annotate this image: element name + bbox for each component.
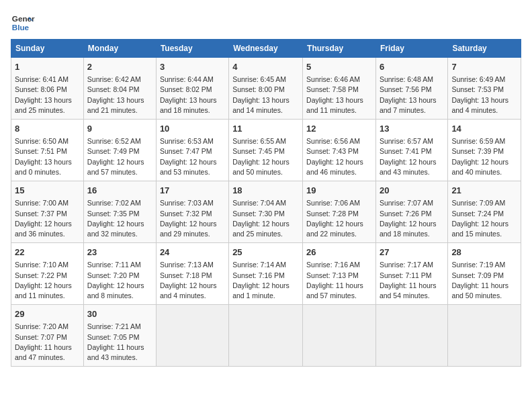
- day-cell: 2Sunrise: 6:42 AM Sunset: 8:04 PM Daylig…: [83, 58, 156, 120]
- day-info: Sunrise: 7:13 AM Sunset: 7:18 PM Dayligh…: [160, 260, 225, 301]
- day-number: 28: [451, 246, 517, 259]
- day-cell: 27Sunrise: 7:17 AM Sunset: 7:11 PM Dayli…: [375, 243, 447, 305]
- weekday-header-tuesday: Tuesday: [156, 40, 228, 58]
- day-cell: 16Sunrise: 7:02 AM Sunset: 7:35 PM Dayli…: [83, 181, 156, 243]
- day-cell: 22Sunrise: 7:10 AM Sunset: 7:22 PM Dayli…: [11, 243, 84, 305]
- day-info: Sunrise: 7:06 AM Sunset: 7:28 PM Dayligh…: [306, 198, 372, 239]
- day-number: 16: [87, 185, 152, 197]
- day-info: Sunrise: 7:07 AM Sunset: 7:26 PM Dayligh…: [380, 198, 444, 239]
- day-info: Sunrise: 7:19 AM Sunset: 7:09 PM Dayligh…: [451, 260, 517, 301]
- weekday-header-thursday: Thursday: [303, 40, 376, 58]
- day-cell: 8Sunrise: 6:50 AM Sunset: 7:51 PM Daylig…: [11, 120, 84, 181]
- day-number: 18: [232, 185, 299, 197]
- day-cell: 19Sunrise: 7:06 AM Sunset: 7:28 PM Dayli…: [303, 181, 376, 243]
- calendar-table: SundayMondayTuesdayWednesdayThursdayFrid…: [11, 39, 521, 367]
- day-number: 30: [87, 308, 152, 320]
- day-cell: 3Sunrise: 6:44 AM Sunset: 8:02 PM Daylig…: [156, 58, 228, 120]
- day-cell: 6Sunrise: 6:48 AM Sunset: 7:56 PM Daylig…: [375, 58, 447, 120]
- day-number: 13: [380, 123, 444, 135]
- weekday-header-monday: Monday: [83, 40, 156, 58]
- day-cell: [448, 305, 521, 367]
- day-info: Sunrise: 7:16 AM Sunset: 7:13 PM Dayligh…: [306, 260, 372, 301]
- weekday-header-row: SundayMondayTuesdayWednesdayThursdayFrid…: [11, 40, 521, 58]
- day-cell: 17Sunrise: 7:03 AM Sunset: 7:32 PM Dayli…: [156, 181, 228, 243]
- day-info: Sunrise: 7:10 AM Sunset: 7:22 PM Dayligh…: [15, 260, 80, 301]
- day-cell: 11Sunrise: 6:55 AM Sunset: 7:45 PM Dayli…: [229, 120, 303, 181]
- day-info: Sunrise: 6:50 AM Sunset: 7:51 PM Dayligh…: [15, 136, 80, 177]
- week-row-3: 15Sunrise: 7:00 AM Sunset: 7:37 PM Dayli…: [11, 181, 521, 243]
- day-cell: 14Sunrise: 6:59 AM Sunset: 7:39 PM Dayli…: [448, 120, 521, 181]
- day-cell: 20Sunrise: 7:07 AM Sunset: 7:26 PM Dayli…: [375, 181, 447, 243]
- day-info: Sunrise: 6:57 AM Sunset: 7:41 PM Dayligh…: [380, 136, 444, 177]
- day-cell: 13Sunrise: 6:57 AM Sunset: 7:41 PM Dayli…: [375, 120, 447, 181]
- week-row-4: 22Sunrise: 7:10 AM Sunset: 7:22 PM Dayli…: [11, 243, 521, 305]
- day-number: 5: [306, 61, 372, 73]
- day-info: Sunrise: 6:46 AM Sunset: 7:58 PM Dayligh…: [306, 75, 372, 116]
- day-info: Sunrise: 6:48 AM Sunset: 7:56 PM Dayligh…: [380, 75, 444, 116]
- week-row-2: 8Sunrise: 6:50 AM Sunset: 7:51 PM Daylig…: [11, 120, 521, 181]
- day-number: 25: [232, 246, 299, 259]
- day-cell: 26Sunrise: 7:16 AM Sunset: 7:13 PM Dayli…: [303, 243, 376, 305]
- day-cell: 7Sunrise: 6:49 AM Sunset: 7:53 PM Daylig…: [448, 58, 521, 120]
- day-number: 7: [451, 61, 517, 73]
- day-number: 6: [380, 61, 444, 73]
- day-info: Sunrise: 6:53 AM Sunset: 7:47 PM Dayligh…: [160, 136, 225, 177]
- day-number: 1: [15, 61, 80, 73]
- day-number: 20: [380, 185, 444, 197]
- day-number: 14: [451, 123, 517, 135]
- day-cell: 5Sunrise: 6:46 AM Sunset: 7:58 PM Daylig…: [303, 58, 376, 120]
- day-cell: 28Sunrise: 7:19 AM Sunset: 7:09 PM Dayli…: [448, 243, 521, 305]
- day-number: 15: [15, 185, 80, 197]
- day-number: 10: [160, 123, 225, 135]
- day-cell: 1Sunrise: 6:41 AM Sunset: 8:06 PM Daylig…: [11, 58, 84, 120]
- day-number: 19: [306, 185, 372, 197]
- day-cell: 29Sunrise: 7:20 AM Sunset: 7:07 PM Dayli…: [11, 305, 84, 367]
- day-cell: [375, 305, 447, 367]
- day-number: 12: [306, 123, 372, 135]
- day-info: Sunrise: 7:03 AM Sunset: 7:32 PM Dayligh…: [160, 198, 225, 239]
- day-info: Sunrise: 6:42 AM Sunset: 8:04 PM Dayligh…: [87, 75, 152, 116]
- day-cell: [303, 305, 376, 367]
- day-number: 23: [87, 246, 152, 259]
- day-info: Sunrise: 6:59 AM Sunset: 7:39 PM Dayligh…: [451, 136, 517, 177]
- day-number: 3: [160, 61, 225, 73]
- day-number: 4: [232, 61, 299, 73]
- day-cell: 12Sunrise: 6:56 AM Sunset: 7:43 PM Dayli…: [303, 120, 376, 181]
- day-cell: 18Sunrise: 7:04 AM Sunset: 7:30 PM Dayli…: [229, 181, 303, 243]
- day-cell: 21Sunrise: 7:09 AM Sunset: 7:24 PM Dayli…: [448, 181, 521, 243]
- day-number: 22: [15, 246, 80, 259]
- day-info: Sunrise: 7:17 AM Sunset: 7:11 PM Dayligh…: [380, 260, 444, 301]
- day-number: 26: [306, 246, 372, 259]
- day-info: Sunrise: 6:55 AM Sunset: 7:45 PM Dayligh…: [232, 136, 299, 177]
- page-header: General Blue: [11, 11, 521, 35]
- day-cell: 4Sunrise: 6:45 AM Sunset: 8:00 PM Daylig…: [229, 58, 303, 120]
- logo: General Blue: [11, 11, 35, 35]
- day-info: Sunrise: 7:11 AM Sunset: 7:20 PM Dayligh…: [87, 260, 152, 301]
- day-number: 29: [15, 308, 80, 320]
- day-info: Sunrise: 6:41 AM Sunset: 8:06 PM Dayligh…: [15, 75, 80, 116]
- day-info: Sunrise: 6:52 AM Sunset: 7:49 PM Dayligh…: [87, 136, 152, 177]
- weekday-header-saturday: Saturday: [448, 40, 521, 58]
- day-info: Sunrise: 7:21 AM Sunset: 7:05 PM Dayligh…: [87, 322, 152, 363]
- day-info: Sunrise: 6:49 AM Sunset: 7:53 PM Dayligh…: [451, 75, 517, 116]
- week-row-5: 29Sunrise: 7:20 AM Sunset: 7:07 PM Dayli…: [11, 305, 521, 367]
- logo-icon: General Blue: [11, 11, 35, 35]
- day-number: 27: [380, 246, 444, 259]
- day-info: Sunrise: 6:45 AM Sunset: 8:00 PM Dayligh…: [232, 75, 299, 116]
- day-number: 2: [87, 61, 152, 73]
- day-number: 8: [15, 123, 80, 135]
- day-cell: 25Sunrise: 7:14 AM Sunset: 7:16 PM Dayli…: [229, 243, 303, 305]
- day-info: Sunrise: 7:04 AM Sunset: 7:30 PM Dayligh…: [232, 198, 299, 239]
- day-info: Sunrise: 7:02 AM Sunset: 7:35 PM Dayligh…: [87, 198, 152, 239]
- day-number: 11: [232, 123, 299, 135]
- day-cell: 24Sunrise: 7:13 AM Sunset: 7:18 PM Dayli…: [156, 243, 228, 305]
- day-number: 9: [87, 123, 152, 135]
- svg-text:Blue: Blue: [12, 23, 30, 32]
- day-info: Sunrise: 6:56 AM Sunset: 7:43 PM Dayligh…: [306, 136, 372, 177]
- day-number: 17: [160, 185, 225, 197]
- day-info: Sunrise: 7:14 AM Sunset: 7:16 PM Dayligh…: [232, 260, 299, 301]
- weekday-header-sunday: Sunday: [11, 40, 84, 58]
- svg-text:General: General: [12, 14, 35, 23]
- day-cell: 30Sunrise: 7:21 AM Sunset: 7:05 PM Dayli…: [83, 305, 156, 367]
- day-cell: 15Sunrise: 7:00 AM Sunset: 7:37 PM Dayli…: [11, 181, 84, 243]
